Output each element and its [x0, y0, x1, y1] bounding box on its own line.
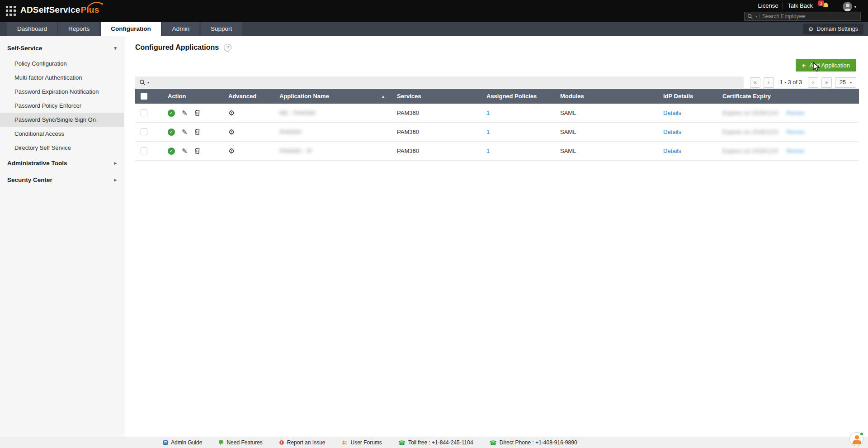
tab-reports[interactable]: Reports [58, 22, 99, 36]
talkback-link[interactable]: Talk Back [783, 2, 817, 9]
row-checkbox[interactable] [141, 148, 147, 154]
section-label: Self-Service [7, 45, 42, 52]
advanced-settings-icon[interactable]: ⚙ [228, 110, 235, 117]
license-link[interactable]: License [754, 2, 783, 9]
search-icon[interactable] [139, 79, 146, 86]
applications-table: Action Advanced Application Name ▲ Servi… [135, 89, 859, 161]
need-features-link[interactable]: Need Features [218, 439, 262, 446]
advanced-settings-icon[interactable]: ⚙ [228, 148, 235, 155]
header-action[interactable]: Action [162, 93, 223, 100]
pagination: « ‹ 1 - 3 of 3 › » 25 ▾ [750, 77, 856, 88]
enable-icon[interactable]: ✓ [168, 148, 175, 155]
header-modules[interactable]: Modules [555, 93, 658, 100]
header-advanced[interactable]: Advanced [223, 93, 274, 100]
sidebar-section-administrative-tools[interactable]: Administrative Tools ▸ [0, 155, 124, 172]
tab-support[interactable]: Support [201, 22, 242, 36]
sidebar: Self-Service ▾ Policy Configuration Mult… [0, 36, 124, 437]
edit-icon[interactable]: ✎ [182, 148, 188, 154]
assigned-policies-link[interactable]: 1 [486, 148, 490, 154]
select-all-checkbox[interactable] [141, 93, 147, 100]
domain-settings-button[interactable]: ⚙ Domain Settings [803, 24, 863, 34]
search-input[interactable] [762, 13, 858, 19]
sidebar-item-directory-self-service[interactable]: Directory Self Service [0, 141, 124, 155]
edit-icon[interactable]: ✎ [182, 110, 188, 116]
delete-icon[interactable] [194, 148, 200, 154]
sidebar-section-self-service[interactable]: Self-Service ▾ [0, 40, 124, 57]
avatar [843, 2, 852, 11]
sidebar-section-security-center[interactable]: Security Center ▸ [0, 172, 124, 188]
footer-link-label: Need Features [226, 439, 262, 446]
direct-phone: ☎ Direct Phone : +1-408-916-9890 [490, 439, 577, 446]
services-value: PAM360 [392, 148, 481, 154]
direct-phone-number: Direct Phone : +1-408-916-9890 [500, 439, 577, 446]
page-size-dropdown[interactable]: 25 ▾ [835, 77, 856, 88]
footer-link-label: Report an Issue [287, 439, 326, 446]
search-caret-icon[interactable]: ▾ [147, 81, 149, 85]
header-application-name[interactable]: Application Name ▲ [274, 93, 392, 100]
user-menu[interactable]: ▾ [843, 2, 856, 11]
header-services[interactable]: Services [392, 93, 481, 100]
sidebar-item-conditional-access[interactable]: Conditional Access [0, 127, 124, 141]
report-an-issue-link[interactable]: Report an Issue [279, 439, 326, 446]
header-assigned-policies[interactable]: Assigned Policies [481, 93, 555, 100]
table-search-strip: ▾ [135, 76, 744, 88]
help-icon[interactable]: ? [224, 44, 231, 52]
delete-icon[interactable] [194, 110, 200, 116]
gear-icon: ⚙ [808, 26, 814, 33]
chevron-down-icon: ▾ [114, 45, 117, 51]
delete-icon[interactable] [194, 129, 200, 135]
footer: Admin Guide Need Features Report an Issu… [0, 437, 868, 448]
enable-icon[interactable]: ✓ [168, 110, 175, 117]
edit-icon[interactable]: ✎ [182, 129, 188, 135]
sidebar-item-multi-factor-authentication[interactable]: Multi-factor Authentication [0, 71, 124, 85]
admin-guide-link[interactable]: Admin Guide [163, 439, 202, 446]
person-icon [853, 440, 861, 444]
toll-free-phone: ☎ Toll free : +1-844-245-1104 [398, 439, 473, 446]
sidebar-item-password-policy-enforcer[interactable]: Password Policy Enforcer [0, 99, 124, 113]
assigned-policies-link[interactable]: 1 [486, 110, 490, 116]
next-page-button[interactable]: › [808, 77, 818, 88]
employee-search: ▾ [744, 12, 861, 21]
sidebar-item-password-sync-single-sign-on[interactable]: Password Sync/Single Sign On [0, 113, 124, 127]
assigned-policies-link[interactable]: 1 [486, 129, 490, 135]
row-checkbox[interactable] [141, 129, 147, 135]
renew-link[interactable]: Renew [786, 148, 804, 154]
footer-link-label: User Forums [350, 439, 382, 446]
idp-details-link[interactable]: Details [663, 148, 681, 154]
first-page-button[interactable]: « [750, 77, 760, 88]
renew-link[interactable]: Renew [786, 110, 804, 116]
search-scope-caret-icon[interactable]: ▾ [755, 14, 757, 19]
sort-ascending-icon[interactable]: ▲ [381, 94, 385, 99]
tab-admin[interactable]: Admin [162, 22, 199, 36]
support-chat-button[interactable] [849, 432, 863, 446]
last-page-button[interactable]: » [821, 77, 832, 88]
section-label: Security Center [7, 176, 52, 183]
idp-details-link[interactable]: Details [663, 110, 681, 116]
enable-icon[interactable]: ✓ [168, 129, 175, 136]
add-application-button[interactable]: + Add Application [796, 59, 856, 71]
section-label: Administrative Tools [7, 160, 67, 167]
renew-link[interactable]: Renew [786, 129, 804, 135]
nav-tabs: Dashboard Reports Configuration Admin Su… [0, 22, 868, 36]
sidebar-item-policy-configuration[interactable]: Policy Configuration [0, 57, 124, 71]
sidebar-item-password-expiration-notification[interactable]: Password Expiration Notification [0, 85, 124, 99]
notifications-button[interactable]: 1 [822, 2, 833, 10]
tab-dashboard[interactable]: Dashboard [7, 22, 57, 36]
phone-icon: ☎ [490, 440, 497, 446]
modules-value: SAML [555, 129, 658, 135]
tab-configuration[interactable]: Configuration [101, 22, 160, 36]
previous-page-button[interactable]: ‹ [764, 77, 774, 88]
idp-details-link[interactable]: Details [663, 129, 681, 135]
user-forums-link[interactable]: User Forums [341, 439, 382, 446]
domain-settings-label: Domain Settings [816, 26, 858, 32]
certificate-expiry-value: Expires on 2026/12/3 [722, 110, 778, 116]
app-launcher-icon[interactable] [6, 6, 16, 16]
header-idp-details[interactable]: IdP Details [658, 93, 717, 100]
brand-swoosh-icon [87, 1, 104, 8]
advanced-settings-icon[interactable]: ⚙ [228, 129, 235, 136]
header-certificate-expiry[interactable]: Certificate Expiry [717, 93, 859, 100]
notification-badge: 1 [818, 0, 824, 6]
row-checkbox[interactable] [141, 110, 147, 116]
search-icon[interactable] [747, 14, 753, 19]
page-range-text: 1 - 3 of 3 [777, 79, 805, 86]
